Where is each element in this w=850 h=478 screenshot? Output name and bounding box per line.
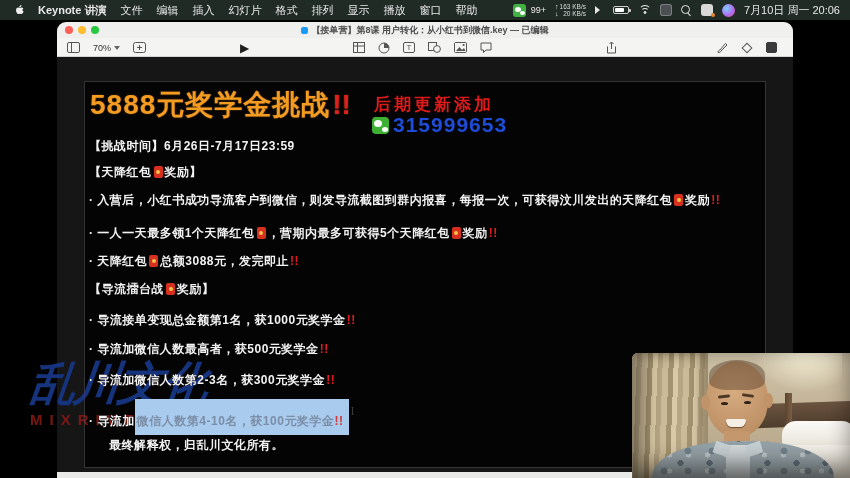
- menu-format[interactable]: 格式: [275, 3, 297, 18]
- comment-button[interactable]: [480, 42, 492, 53]
- volume-icon[interactable]: [595, 6, 604, 14]
- network-speed-indicator[interactable]: ↑↓ 163 KB/s20 KB/s: [555, 3, 586, 17]
- slide-text-segment: 奖励: [685, 193, 710, 207]
- window-title: 【接单营】第8课 用户转化：从小红书到微信.key — 已编辑: [57, 24, 793, 37]
- table-insert-button[interactable]: [353, 42, 365, 53]
- slide-line[interactable]: · 入营后，小红书成功导流客户到微信，则发导流截图到群内报喜，每报一次，可获得汶…: [89, 192, 720, 209]
- red-envelope-icon: [257, 227, 266, 239]
- wechat-icon: [372, 117, 389, 134]
- slide-text-segment: 奖励】: [165, 165, 203, 179]
- menu-bar: Keynote 讲演 文件 编辑 插入 幻灯片 格式 排列 显示 播放 窗口 帮…: [0, 0, 850, 20]
- red-envelope-icon: [166, 283, 175, 295]
- screen: Keynote 讲演 文件 编辑 插入 幻灯片 格式 排列 显示 播放 窗口 帮…: [0, 0, 850, 478]
- slide-text-segment: !!: [326, 373, 335, 387]
- apple-icon[interactable]: [14, 4, 26, 16]
- share-button[interactable]: [606, 41, 617, 54]
- slide-text-segment: 总额3088元，发完即止: [160, 254, 289, 268]
- slide-text-segment: 【挑战时间】6月26日-7月17日23:59: [89, 139, 295, 153]
- menu-bar-clock[interactable]: 7月10日 周一 20:06: [744, 3, 840, 18]
- red-envelope-icon: [149, 255, 158, 267]
- red-envelope-icon: [154, 166, 163, 178]
- slide-wechat-contact[interactable]: 315999653: [372, 113, 507, 137]
- updown-arrows-icon: ↑↓: [555, 3, 558, 17]
- menu-file[interactable]: 文件: [120, 3, 142, 18]
- battery-icon[interactable]: [613, 6, 629, 14]
- double-exclamation: !!: [332, 89, 351, 120]
- menu-view[interactable]: 显示: [347, 3, 369, 18]
- menu-arrange[interactable]: 排列: [311, 3, 333, 18]
- spotlight-search-icon[interactable]: [681, 5, 692, 16]
- net-down-speed: 20 KB/s: [563, 10, 586, 17]
- menu-slide[interactable]: 幻灯片: [228, 3, 261, 18]
- slide-text-segment: !!: [489, 226, 498, 240]
- text-cursor-ibeam: I: [350, 404, 355, 418]
- slide-main-title[interactable]: 5888元奖学金挑战!!: [90, 86, 351, 124]
- view-options-button[interactable]: [67, 42, 80, 53]
- slide-text-segment: 微信人数第4-10名，获100元奖学金: [137, 414, 335, 428]
- menu-help[interactable]: 帮助: [455, 3, 477, 18]
- slide-line[interactable]: 【天降红包奖励】: [89, 164, 202, 181]
- webcam-overlay: [632, 353, 850, 478]
- format-brush-button[interactable]: [716, 42, 728, 54]
- slide-line[interactable]: · 导流加微信人数最高者，获500元奖学金!!: [89, 341, 329, 358]
- chevron-down-icon: [114, 46, 120, 50]
- zoom-dropdown[interactable]: 70%: [93, 43, 120, 53]
- slide-text-segment: ，营期内最多可获得5个天降红包: [268, 226, 450, 240]
- animate-button[interactable]: [741, 42, 753, 54]
- slide-text-segment: 最终解释权，归乱川文化所有。: [109, 438, 284, 452]
- input-source-icon[interactable]: [701, 4, 713, 16]
- add-slide-button[interactable]: [133, 42, 146, 53]
- text-selection-highlight: 微信人数第4-10名，获100元奖学金!!: [135, 399, 350, 435]
- red-envelope-icon: [674, 194, 683, 206]
- slide-text-segment: 奖励】: [177, 282, 215, 296]
- text-insert-button[interactable]: T: [403, 42, 415, 53]
- document-panel-button[interactable]: [766, 42, 777, 53]
- slide-text-segment: 【天降红包: [89, 165, 152, 179]
- slide-line[interactable]: · 导流加微信人数第2-3名，获300元奖学金!!: [89, 372, 335, 389]
- media-insert-button[interactable]: [454, 42, 467, 53]
- slide-text-segment: · 导流接单变现总金额第1名，获1000元奖学金: [89, 313, 346, 327]
- webcam-vignette: [632, 353, 850, 478]
- slide-line[interactable]: · 天降红包总额3088元，发完即止!!: [89, 253, 299, 270]
- slide-text-segment: !!: [334, 414, 343, 428]
- siri-icon[interactable]: [722, 4, 735, 17]
- slide-text-segment: 【导流擂台战: [89, 282, 164, 296]
- wechat-unread-badge: 99+: [531, 5, 546, 15]
- slide-text-segment: · 导流加微信人数最高者，获500元奖学金: [89, 342, 319, 356]
- red-envelope-icon: [452, 227, 461, 239]
- toolbar: 70% ▶ T: [57, 38, 793, 57]
- menu-insert[interactable]: 插入: [192, 3, 214, 18]
- slide-line[interactable]: 最终解释权，归乱川文化所有。: [109, 437, 284, 454]
- wechat-status-icon[interactable]: [513, 4, 526, 17]
- slide-text-segment: · 导流加: [89, 414, 135, 428]
- slide-text-segment: 奖励: [463, 226, 488, 240]
- menu-play[interactable]: 播放: [383, 3, 405, 18]
- slide-line[interactable]: 【导流擂台战奖励】: [89, 281, 215, 298]
- slide-line[interactable]: 【挑战时间】6月26日-7月17日23:59: [89, 138, 295, 155]
- slide-text-segment: · 导流加微信人数第2-3名，获300元奖学金: [89, 373, 325, 387]
- chart-insert-button[interactable]: [378, 42, 390, 54]
- slide-text-segment: !!: [320, 342, 329, 356]
- slide-text-segment: !!: [290, 254, 299, 268]
- wifi-icon[interactable]: [638, 5, 651, 15]
- wechat-id: 315999653: [393, 113, 507, 137]
- play-button[interactable]: ▶: [240, 42, 249, 54]
- window-title-bar[interactable]: 【接单营】第8课 用户转化：从小红书到微信.key — 已编辑: [57, 22, 793, 38]
- slide-text-segment: !!: [711, 193, 720, 207]
- slide-text-segment: !!: [347, 313, 356, 327]
- keynote-doc-icon: [301, 27, 308, 34]
- slide-text-segment: · 入营后，小红书成功导流客户到微信，则发导流截图到群内报喜，每报一次，可获得汶…: [89, 193, 672, 207]
- net-up-speed: 163 KB/s: [560, 3, 586, 10]
- slide-line[interactable]: · 导流接单变现总金额第1名，获1000元奖学金!!: [89, 312, 356, 329]
- menu-app-name[interactable]: Keynote 讲演: [38, 3, 106, 18]
- menu-window[interactable]: 窗口: [419, 3, 441, 18]
- menu-edit[interactable]: 编辑: [156, 3, 178, 18]
- slide-line[interactable]: · 导流加微信人数第4-10名，获100元奖学金!!I: [89, 399, 355, 435]
- slide-text-segment: · 一人一天最多领1个天降红包: [89, 226, 255, 240]
- slide-text-segment: · 天降红包: [89, 254, 147, 268]
- svg-text:T: T: [407, 43, 412, 52]
- shape-insert-button[interactable]: [428, 42, 441, 53]
- slide-line[interactable]: · 一人一天最多领1个天降红包，营期内最多可获得5个天降红包奖励!!: [89, 225, 498, 242]
- screen-capture-app-icon[interactable]: [660, 4, 672, 16]
